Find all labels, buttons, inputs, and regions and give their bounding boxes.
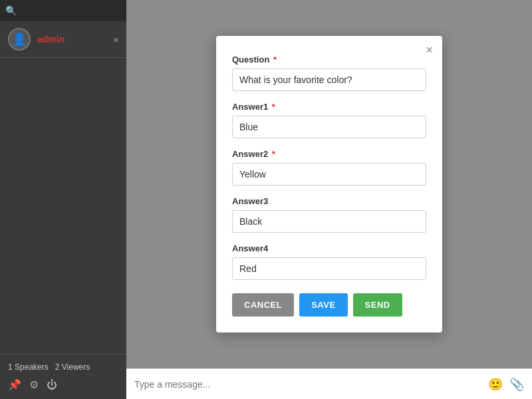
- viewers-label: Viewers: [62, 362, 90, 372]
- sidebar: 🔍 👤 admin » 1 Speakers 2 Viewers 📌 ⚙ ⏻: [0, 0, 126, 399]
- answer2-required-star: *: [269, 149, 275, 159]
- answer3-label: Answer3: [232, 196, 426, 206]
- settings-icon[interactable]: ⚙: [29, 378, 39, 391]
- avatar-icon: 👤: [12, 32, 27, 47]
- answer4-label: Answer4: [232, 243, 426, 253]
- modal-overlay: × Question * Answer1 *: [126, 0, 532, 368]
- answer4-input[interactable]: [232, 257, 426, 280]
- chat-input[interactable]: [134, 379, 488, 390]
- modal-dialog: × Question * Answer1 *: [216, 36, 442, 332]
- answer1-input[interactable]: [232, 116, 426, 138]
- answer2-input[interactable]: [232, 163, 426, 186]
- sidebar-user-row[interactable]: 👤 admin »: [0, 21, 126, 58]
- answer1-group: Answer1 *: [232, 102, 426, 138]
- emoji-icon[interactable]: 🙂: [488, 377, 503, 392]
- question-group: Question *: [232, 55, 426, 91]
- answer2-group: Answer2 *: [232, 149, 426, 186]
- power-icon[interactable]: ⏻: [47, 379, 57, 391]
- save-button[interactable]: SAVE: [299, 293, 347, 317]
- speakers-count: 1: [8, 362, 13, 372]
- chat-icon-group: 🙂 📎: [488, 377, 524, 392]
- close-button[interactable]: ×: [426, 44, 433, 56]
- sidebar-main-area: [0, 58, 126, 354]
- question-label: Question *: [232, 55, 426, 65]
- avatar: 👤: [8, 28, 31, 51]
- sidebar-actions: 📌 ⚙ ⏻: [8, 378, 118, 391]
- answer1-required-star: *: [269, 102, 275, 112]
- send-button[interactable]: SEND: [353, 293, 402, 317]
- sidebar-stats: 1 Speakers 2 Viewers: [8, 362, 118, 372]
- answer1-label: Answer1 *: [232, 102, 426, 112]
- main-content: × Question * Answer1 *: [126, 0, 532, 368]
- answer3-group: Answer3: [232, 196, 426, 233]
- speakers-label: Speakers: [15, 362, 49, 372]
- answer2-label: Answer2 *: [232, 149, 426, 159]
- question-input[interactable]: [232, 68, 426, 91]
- viewers-count: 2: [55, 362, 60, 372]
- attachment-icon[interactable]: 📎: [509, 377, 524, 392]
- expand-icon[interactable]: »: [113, 34, 118, 45]
- modal-buttons: CANCEL SAVE SEND: [232, 293, 426, 317]
- main-area: × Question * Answer1 *: [126, 0, 532, 399]
- search-icon: 🔍: [5, 5, 17, 16]
- sidebar-search-bar: 🔍: [0, 0, 126, 21]
- answer3-input[interactable]: [232, 210, 426, 233]
- chat-bar: 🙂 📎: [126, 368, 532, 399]
- sidebar-bottom: 1 Speakers 2 Viewers 📌 ⚙ ⏻: [0, 354, 126, 399]
- answer4-group: Answer4: [232, 243, 426, 280]
- question-required-star: *: [271, 55, 277, 65]
- pin-icon[interactable]: 📌: [8, 378, 21, 391]
- admin-username: admin: [37, 34, 113, 45]
- cancel-button[interactable]: CANCEL: [232, 293, 294, 317]
